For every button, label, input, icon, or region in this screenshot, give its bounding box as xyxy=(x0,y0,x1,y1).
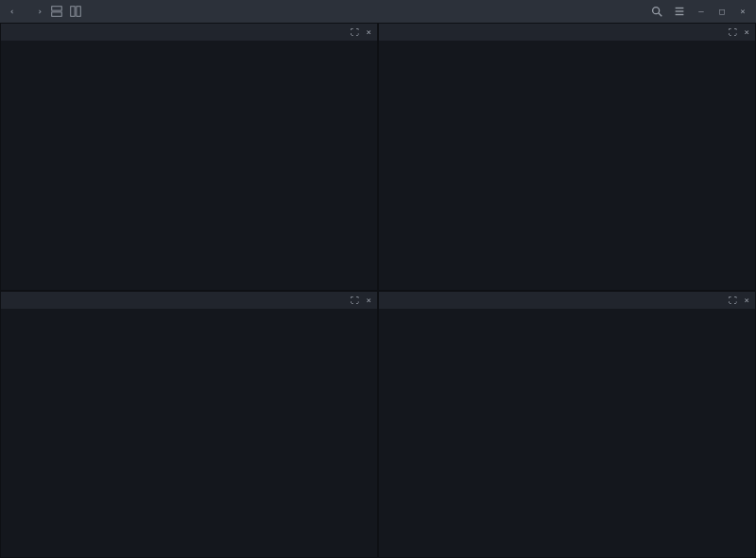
terminal-4[interactable] xyxy=(379,309,755,558)
pane-close-icon[interactable]: × xyxy=(367,296,371,305)
search-icon[interactable] xyxy=(650,5,663,18)
pane-maximize-icon[interactable]: ⛶ xyxy=(351,296,359,305)
pane-1-header: ⛶× xyxy=(1,24,377,41)
next-arrow-icon[interactable]: › xyxy=(35,7,43,16)
pane-3: ⛶× xyxy=(0,291,378,559)
pane-grid: ⛶× ⛶× ⛶× ⛶× xyxy=(0,23,756,558)
svg-rect-3 xyxy=(77,7,80,17)
pane-4-header: ⛶× xyxy=(379,292,755,309)
close-button[interactable]: × xyxy=(737,6,748,17)
add-below-icon[interactable] xyxy=(50,5,63,18)
pane-4: ⛶× xyxy=(378,291,756,559)
svg-line-5 xyxy=(659,13,662,17)
menu-icon[interactable] xyxy=(673,5,686,18)
prev-arrow-icon[interactable]: ‹ xyxy=(8,7,16,16)
maximize-button[interactable]: □ xyxy=(716,6,728,17)
pane-close-icon[interactable]: × xyxy=(367,27,371,37)
pane-1: ⛶× xyxy=(0,23,378,291)
svg-point-4 xyxy=(653,8,660,14)
pane-maximize-icon[interactable]: ⛶ xyxy=(729,27,737,37)
terminal-3[interactable] xyxy=(1,309,377,558)
terminal-1[interactable] xyxy=(1,41,377,290)
pane-close-icon[interactable]: × xyxy=(745,27,749,37)
terminal-2[interactable] xyxy=(379,41,755,290)
pane-2: ⛶× xyxy=(378,23,756,291)
minimize-button[interactable]: — xyxy=(696,6,707,17)
pane-maximize-icon[interactable]: ⛶ xyxy=(729,296,737,305)
pane-3-header: ⛶× xyxy=(1,292,377,309)
pane-maximize-icon[interactable]: ⛶ xyxy=(351,27,359,37)
svg-rect-0 xyxy=(52,7,62,10)
pane-close-icon[interactable]: × xyxy=(745,296,749,305)
add-right-icon[interactable] xyxy=(69,5,82,18)
svg-rect-1 xyxy=(52,12,62,16)
window-titlebar: ‹ › — □ × xyxy=(0,0,756,23)
svg-rect-2 xyxy=(71,7,75,17)
pane-2-header: ⛶× xyxy=(379,24,755,41)
